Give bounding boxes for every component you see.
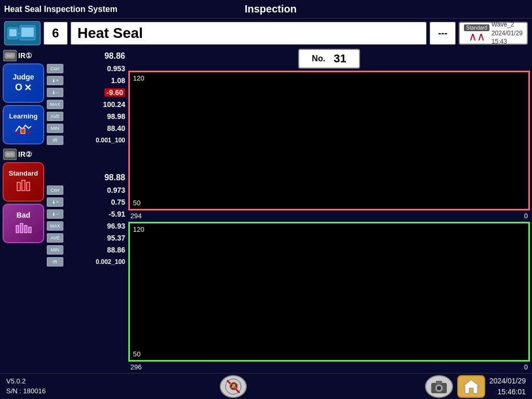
standard-button[interactable]: Standard bbox=[3, 162, 44, 202]
bad-label: Bad bbox=[17, 211, 30, 219]
ir2-corr-value: 0.973 bbox=[107, 186, 125, 194]
no-sound-button[interactable]: 🔕 bbox=[220, 375, 247, 398]
ir2-plus-value: 0.75 bbox=[111, 198, 125, 206]
ir1-ave-row: AVE 98.98 bbox=[47, 111, 127, 122]
machine-icon bbox=[4, 21, 41, 45]
judge-icon: O ✕ bbox=[15, 82, 32, 94]
ir1-main-row: 98.86 bbox=[47, 50, 127, 62]
svg-rect-17 bbox=[29, 227, 31, 233]
ir2-icon-small: IR bbox=[47, 257, 63, 267]
ir2-max-value: 96.93 bbox=[107, 222, 125, 230]
temp-plus-icon: 🌡+ bbox=[47, 76, 63, 85]
ir1-icon bbox=[3, 50, 17, 61]
ir1-minus-value: -9.60 bbox=[104, 88, 125, 97]
ir2-minus-row: 🌡− -5.91 bbox=[47, 208, 127, 220]
standard-label: Standard bbox=[9, 169, 38, 177]
min2-icon: MIN bbox=[47, 245, 63, 255]
svg-rect-8 bbox=[21, 128, 25, 134]
svg-rect-16 bbox=[24, 225, 27, 233]
ir2-ir-row: IR 0.002_100 bbox=[47, 256, 127, 268]
ir2-ave-row: AVE 95.37 bbox=[47, 232, 127, 244]
ir1-icon-small: IR bbox=[47, 136, 63, 145]
wave-badge: Standard ∧∧ Wave_2 2024/01/29 15:43 bbox=[459, 22, 528, 45]
ir2-ir-value: 0.002_100 bbox=[96, 258, 125, 265]
svg-rect-15 bbox=[20, 223, 23, 233]
wave-name: Wave_2 bbox=[491, 20, 523, 29]
temp2-minus-icon: 🌡− bbox=[47, 209, 63, 219]
judge-button[interactable]: Judge O ✕ bbox=[3, 63, 44, 103]
ir1-min-row: MIN 88.40 bbox=[47, 123, 127, 134]
svg-text:🔕: 🔕 bbox=[229, 382, 238, 391]
main-content: IR① Judge O ✕ Learning bbox=[0, 48, 532, 373]
camera-button[interactable] bbox=[425, 375, 453, 398]
product-bar: 6 Heat Seal --- Standard ∧∧ Wave_2 2024/… bbox=[0, 19, 532, 48]
ir2-max-row: MAX 96.93 bbox=[47, 220, 127, 232]
ir1-minus-row: 🌡− -9.60 bbox=[47, 87, 127, 98]
learning-label: Learning bbox=[9, 112, 38, 120]
version-text: V5.0.2 bbox=[6, 377, 46, 386]
header-title-center: Inspection bbox=[245, 3, 297, 15]
left-sidebar: IR① Judge O ✕ Learning bbox=[0, 48, 47, 373]
ir2-min-row: MIN 88.86 bbox=[47, 244, 127, 256]
header: Heat Seal Inspection System Inspection bbox=[0, 0, 532, 19]
ir2-axis-left: 296 bbox=[130, 363, 142, 371]
bottom-time: 15:46:01 bbox=[489, 387, 526, 397]
svg-rect-12 bbox=[22, 180, 25, 191]
judge-label: Judge bbox=[12, 73, 34, 81]
ir1-min-value: 88.40 bbox=[107, 124, 125, 132]
charts-area: No. 31 120 50 294 0 120 50 296 bbox=[127, 48, 532, 373]
ir2-axis-right: 0 bbox=[524, 363, 528, 371]
version-info: V5.0.2 S/N : 180016 bbox=[6, 377, 46, 395]
svg-rect-1 bbox=[9, 29, 17, 36]
ir2-minus-value: -5.91 bbox=[109, 210, 125, 218]
ave-icon: AVE bbox=[47, 112, 63, 121]
ir2-label: IR② bbox=[3, 149, 32, 160]
corr2-icon: Corr bbox=[47, 185, 63, 195]
standard-icon bbox=[13, 178, 34, 194]
svg-rect-24 bbox=[436, 381, 442, 384]
wave-time: 15:43 bbox=[491, 37, 523, 46]
svg-rect-6 bbox=[6, 54, 14, 57]
ir2-canvas bbox=[130, 223, 528, 360]
ir2-axis-bottom: 296 0 bbox=[128, 362, 530, 372]
svg-rect-13 bbox=[26, 182, 30, 191]
svg-marker-25 bbox=[463, 380, 479, 393]
ir1-corr-value: 0.953 bbox=[107, 64, 125, 73]
bad-button[interactable]: Bad bbox=[3, 204, 44, 243]
ir2-chart: 120 50 bbox=[128, 222, 530, 362]
ir1-ave-value: 98.98 bbox=[107, 112, 125, 121]
svg-rect-10 bbox=[6, 153, 14, 156]
bottom-bar: V5.0.2 S/N : 180016 🔕 2024/01/29 15:46:0… bbox=[0, 373, 532, 399]
bottom-date: 2024/01/29 bbox=[489, 376, 526, 387]
ir1-canvas bbox=[130, 72, 528, 209]
ir1-data-panel: 98.86 Corr 0.953 🌡+ 1.08 🌡− -9.60 MAX 10… bbox=[47, 50, 127, 154]
ir1-axis-right: 0 bbox=[524, 212, 528, 220]
ir1-max-value: 100.24 bbox=[103, 100, 125, 109]
ir2-data-panel: 98.88 Corr 0.973 🌡+ 0.75 🌡− -5.91 MAX 96… bbox=[47, 171, 127, 275]
no-value: 31 bbox=[334, 52, 346, 65]
wave-date: 2024/01/29 bbox=[491, 29, 523, 38]
svg-rect-11 bbox=[17, 182, 20, 191]
ir1-plus-value: 1.08 bbox=[111, 76, 125, 85]
product-status: --- bbox=[430, 22, 456, 45]
data-panels: 98.86 Corr 0.953 🌡+ 1.08 🌡− -9.60 MAX 10… bbox=[47, 48, 127, 373]
ave2-icon: AVE bbox=[47, 233, 63, 243]
max2-icon: MAX bbox=[47, 221, 63, 231]
ir1-chart: 120 50 bbox=[128, 71, 530, 210]
ir1-axis-left: 294 bbox=[130, 212, 142, 220]
svg-rect-14 bbox=[16, 225, 19, 233]
inspection-number-display: No. 31 bbox=[128, 49, 530, 69]
no-label: No. bbox=[312, 54, 325, 63]
ir1-max-row: MAX 100.24 bbox=[47, 99, 127, 110]
ir1-ir-value: 0.001_100 bbox=[96, 137, 125, 144]
ir2-corr-row: Corr 0.973 bbox=[47, 184, 127, 196]
home-button[interactable] bbox=[457, 375, 485, 398]
learning-icon bbox=[13, 121, 34, 137]
ir2-main-value: 98.88 bbox=[104, 173, 125, 182]
ir1-plus-row: 🌡+ 1.08 bbox=[47, 75, 127, 86]
learning-button[interactable]: Learning bbox=[3, 105, 44, 144]
ir2-main-row: 98.88 bbox=[47, 171, 127, 184]
ir1-corr-row: Corr 0.953 bbox=[47, 63, 127, 74]
temp-minus-icon: 🌡− bbox=[47, 88, 63, 97]
product-number: 6 bbox=[44, 22, 68, 45]
